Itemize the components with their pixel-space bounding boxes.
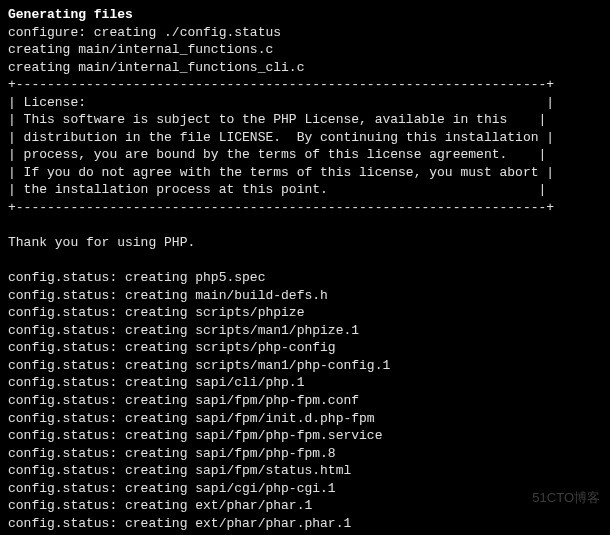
box-border-top: +---------------------------------------… [8,76,602,94]
box-border-bottom: +---------------------------------------… [8,199,602,217]
status-line: config.status: creating sapi/cli/php.1 [8,374,602,392]
status-line: config.status: creating ext/phar/phar.1 [8,497,602,515]
blank-line [8,217,602,235]
output-line: creating main/internal_functions_cli.c [8,59,602,77]
status-line: config.status: creating sapi/fpm/status.… [8,462,602,480]
license-line: | License: | [8,94,602,112]
blank-line [8,252,602,270]
status-line: config.status: creating scripts/man1/php… [8,322,602,340]
status-line: config.status: creating scripts/man1/php… [8,357,602,375]
license-line: | If you do not agree with the terms of … [8,164,602,182]
license-line: | process, you are bound by the terms of… [8,146,602,164]
status-line: config.status: creating scripts/phpize [8,304,602,322]
output-line: configure: creating ./config.status [8,24,602,42]
license-line: | This software is subject to the PHP Li… [8,111,602,129]
status-line: config.status: creating ext/phar/phar.ph… [8,515,602,533]
section-title: Generating files [8,6,602,24]
status-line: config.status: creating sapi/cgi/php-cgi… [8,480,602,498]
thanks-line: Thank you for using PHP. [8,234,602,252]
status-line: config.status: creating sapi/fpm/init.d.… [8,410,602,428]
status-line: config.status: creating sapi/fpm/php-fpm… [8,392,602,410]
status-line: config.status: creating sapi/fpm/php-fpm… [8,427,602,445]
status-line: config.status: creating scripts/php-conf… [8,339,602,357]
status-line: config.status: creating php5.spec [8,269,602,287]
output-line: creating main/internal_functions.c [8,41,602,59]
license-line: | the installation process at this point… [8,181,602,199]
license-line: | distribution in the file LICENSE. By c… [8,129,602,147]
terminal-output: Generating files configure: creating ./c… [8,6,602,535]
status-line: config.status: creating main/build-defs.… [8,287,602,305]
watermark: 51CTO博客 [532,489,600,507]
status-line: config.status: creating sapi/fpm/php-fpm… [8,445,602,463]
